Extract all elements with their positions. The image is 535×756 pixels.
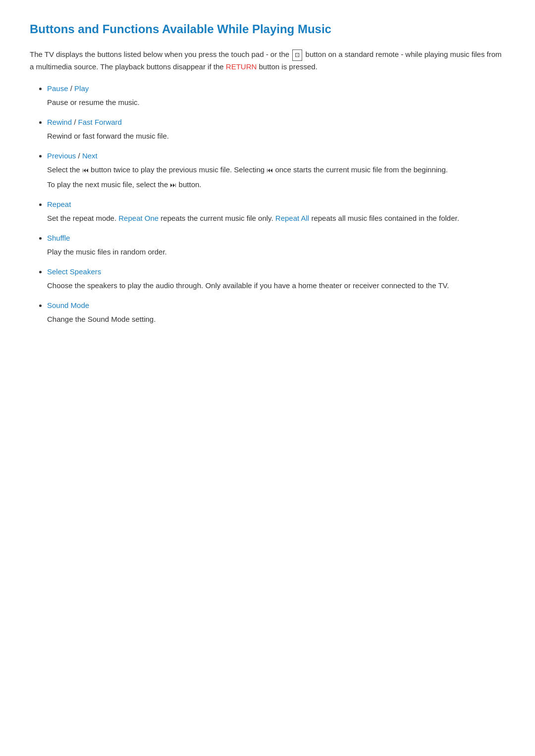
previous-label: Previous (47, 151, 76, 160)
list-item-sound-mode: Sound Mode Change the Sound Mode setting… (47, 300, 505, 325)
list-item-previous-next: Previous / Next Select the ⏮ button twic… (47, 150, 505, 191)
separator-2: / (74, 118, 78, 126)
intro-text-before: The TV displays the buttons listed below… (30, 50, 289, 58)
previous-next-line2: To play the next music file, select the … (47, 179, 505, 191)
list-item-rewind: Rewind / Fast Forward Rewind or fast for… (47, 116, 505, 142)
select-speakers-desc: Choose the speakers to play the audio th… (37, 280, 505, 292)
play-label: Play (74, 84, 89, 93)
previous-next-desc: Select the ⏮ button twice to play the pr… (37, 164, 505, 191)
sound-mode-desc: Change the Sound Mode setting. (37, 313, 505, 325)
page-title: Buttons and Functions Available While Pl… (30, 20, 505, 39)
shuffle-title: Shuffle (47, 234, 70, 242)
remote-icon: ⊡ (292, 50, 302, 61)
shuffle-desc: Play the music files in random order. (37, 246, 505, 258)
repeat-desc-before: Set the repeat mode. (47, 214, 116, 222)
rewind-title: Rewind / Fast Forward (47, 118, 122, 126)
separator-1: / (70, 84, 74, 93)
intro-text-end: button is pressed. (259, 62, 317, 71)
previous-next-line1: Select the ⏮ button twice to play the pr… (47, 164, 505, 176)
intro-paragraph: The TV displays the buttons listed below… (30, 49, 505, 73)
pause-label: Pause (47, 84, 68, 93)
sound-mode-title: Sound Mode (47, 301, 89, 309)
next-icon: ⏭ (170, 181, 176, 189)
list-item-shuffle: Shuffle Play the music files in random o… (47, 232, 505, 258)
repeat-all-label: Repeat All (275, 214, 309, 222)
repeat-title: Repeat (47, 200, 71, 208)
functions-list: Pause / Play Pause or resume the music. … (30, 83, 505, 325)
separator-3: / (78, 151, 82, 160)
previous-next-title: Previous / Next (47, 151, 98, 160)
pause-play-title: Pause / Play (47, 84, 89, 93)
next-label: Next (82, 151, 98, 160)
repeat-desc-middle: repeats the current music file only. (160, 214, 273, 222)
repeat-desc: Set the repeat mode. Repeat One repeats … (37, 212, 505, 224)
list-item-repeat: Repeat Set the repeat mode. Repeat One r… (47, 199, 505, 224)
fast-forward-label: Fast Forward (78, 118, 122, 126)
select-speakers-title: Select Speakers (47, 267, 101, 276)
repeat-desc-end: repeats all music files contained in the… (311, 214, 459, 222)
prev-icon-1: ⏮ (82, 166, 89, 174)
pause-play-desc: Pause or resume the music. (37, 97, 505, 108)
list-item-select-speakers: Select Speakers Choose the speakers to p… (47, 266, 505, 292)
prev-icon-2: ⏮ (267, 166, 273, 174)
rewind-label: Rewind (47, 118, 72, 126)
rewind-desc: Rewind or fast forward the music file. (37, 130, 505, 142)
list-item-pause-play: Pause / Play Pause or resume the music. (47, 83, 505, 108)
repeat-one-label: Repeat One (118, 214, 159, 222)
return-keyword: RETURN (226, 62, 257, 71)
